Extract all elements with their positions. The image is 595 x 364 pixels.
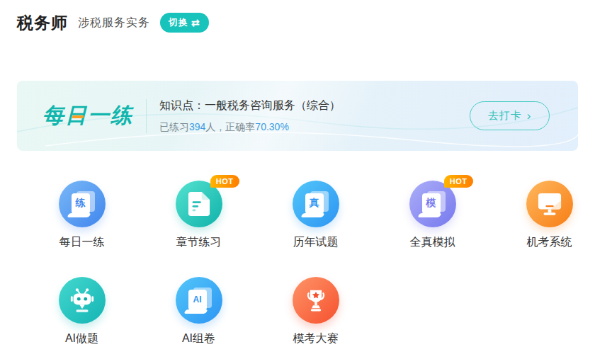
stats-middle: 人，正确率 [205,121,255,132]
computer-icon [526,181,573,227]
switch-label: 切换 [169,16,188,29]
check-in-button[interactable]: 去打卡 › [470,101,550,130]
grid-item-past-exams[interactable]: 真 历年试题 [257,181,374,250]
grid-item-chapter-practice[interactable]: HOT 章节练习 [140,181,257,250]
trophy-icon [293,277,339,324]
hot-badge: HOT [210,175,239,188]
check-in-label: 去打卡 [488,109,522,123]
scroll-practice-icon: 练 [59,181,106,227]
knowledge-point-text: 知识点：一般税务咨询服务（综合） [159,98,341,113]
grid-item-label: 模考大赛 [293,331,339,346]
practiced-count: 394 [189,121,205,132]
grid-item-mock-exam-contest[interactable]: 模考大赛 [257,277,374,346]
banner-info: 知识点：一般税务咨询服务（综合） 已练习394人，正确率70.30% [159,98,341,134]
grid-item-computer-exam-system[interactable]: 机考系统 [491,181,595,250]
swap-arrows-icon: ⇄ [191,17,200,28]
feature-grid: 练 每日一练 HOT 章节练习 真 历年试 [0,181,595,346]
chevron-right-icon: › [527,110,532,122]
grid-item-label: 章节练习 [176,235,222,250]
scroll-real-exam-icon: 真 [293,181,339,227]
grid-item-label: AI做题 [65,331,98,346]
grid-item-label: 每日一练 [60,235,105,250]
practice-stats: 已练习394人，正确率70.30% [159,121,341,134]
daily-practice-logo: 每日一练 [42,103,133,127]
exam-title: 税务师 [17,12,68,34]
grid-item-label: AI组卷 [182,331,215,346]
robot-icon [59,277,106,324]
accuracy-rate: 70.30% [255,121,288,132]
switch-subject-button[interactable]: 切换 ⇄ [160,13,209,33]
daily-practice-banner: 每日一练 知识点：一般税务咨询服务（综合） 已练习394人，正确率70.30% … [17,81,578,151]
page-header: 税务师 涉税服务实务 切换 ⇄ [0,0,595,34]
grid-item-label: 历年试题 [293,235,339,250]
hot-badge: HOT [444,175,473,188]
scroll-ai-icon: AI [176,277,222,324]
grid-item-label: 机考系统 [527,235,572,250]
grid-item-daily-practice[interactable]: 练 每日一练 [23,181,140,250]
grid-item-ai-practice[interactable]: AI做题 [23,277,140,346]
banner-title-wrap: 每日一练 [42,101,133,130]
exam-subject: 涉税服务实务 [78,16,150,30]
grid-item-ai-paper-builder[interactable]: AI AI组卷 [140,277,257,346]
title-orange-accent [72,115,84,118]
banner-divider [146,99,147,133]
grid-item-label: 全真模拟 [410,235,455,250]
stats-prefix: 已练习 [159,121,189,132]
grid-item-full-mock[interactable]: 模 HOT 全真模拟 [374,181,491,250]
